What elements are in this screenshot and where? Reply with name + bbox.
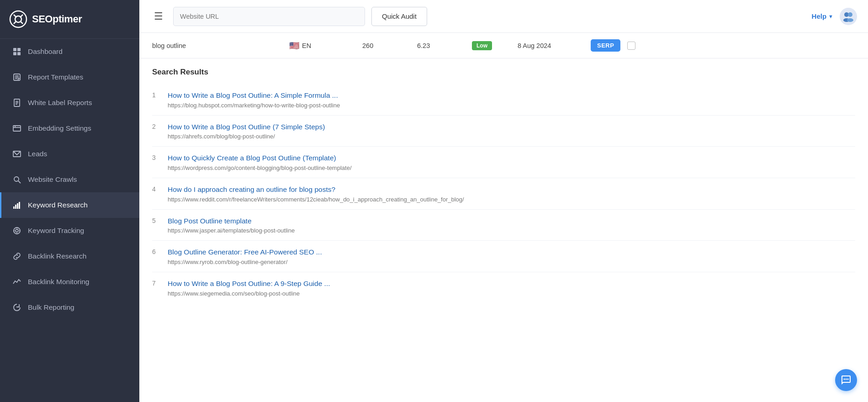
result-body: How to Write a Blog Post Outline: A 9-St… [168,279,855,297]
sidebar-item-embedding-settings[interactable]: Embedding Settings [0,116,139,141]
result-url: https://www.reddit.com/r/freelanceWriter… [168,196,855,203]
svg-rect-26 [17,203,18,209]
svg-point-35 [848,12,852,17]
svg-line-4 [14,21,16,24]
sidebar-item-leads[interactable]: Leads [0,141,139,167]
language-flag: 🇺🇸 [289,41,299,51]
bulk-reporting-icon [12,303,21,312]
result-item: 7How to Write a Blog Post Outline: A 9-S… [152,272,855,303]
serp-button[interactable]: SERP [591,39,620,52]
logo-text: SEOptimer [32,13,82,25]
logo-icon [9,10,27,28]
sidebar-item-report-templates[interactable]: Report Templates [0,64,139,90]
content-area: blog outline 🇺🇸 EN 260 6.23 Low 8 Aug 20… [139,33,868,402]
sidebar-item-dashboard[interactable]: Dashboard [0,39,139,64]
keyword-competition: Low [472,41,518,50]
sidebar-item-label-backlink-research: Backlink Research [28,252,86,260]
sidebar-item-backlink-research[interactable]: Backlink Research [0,243,139,269]
svg-rect-7 [17,48,21,51]
sidebar-item-backlink-monitoring[interactable]: Backlink Monitoring [0,269,139,295]
result-url: https://ahrefs.com/blog/blog-post-outlin… [168,133,855,140]
result-number: 1 [152,90,160,99]
sidebar-item-white-label-reports[interactable]: White Label Reports [0,90,139,116]
sidebar-item-keyword-tracking[interactable]: Keyword Tracking [0,218,139,243]
result-url: https://www.siegemedia.com/seo/blog-post… [168,290,855,297]
embedding-settings-icon [12,124,21,133]
url-input[interactable] [173,7,365,26]
sidebar-item-label-leads: Leads [28,150,47,158]
website-crawls-icon [12,175,21,184]
serp-cell: SERP [591,39,627,52]
svg-point-39 [846,379,847,380]
svg-point-29 [16,229,18,232]
white-label-reports-icon [12,98,21,107]
result-title[interactable]: How to Write a Blog Post Outline: A 9-St… [168,280,330,287]
result-title[interactable]: How to Quickly Create a Blog Post Outlin… [168,154,336,162]
result-url: https://blog.hubspot.com/marketing/how-t… [168,102,855,109]
svg-point-0 [10,11,26,27]
logo-container: SEOptimer [0,0,139,39]
sidebar-item-bulk-reporting[interactable]: Bulk Reporting [0,295,139,320]
svg-rect-18 [13,126,21,131]
result-item: 4How do I approach creating an outline f… [152,178,855,210]
results-list: 1How to Write a Blog Post Outline: A Sim… [152,84,855,303]
result-body: How to Write a Blog Post Outline: A Simp… [168,90,855,109]
result-title[interactable]: Blog Outline Generator: Free AI-Powered … [168,248,322,256]
result-url: https://wordpress.com/go/content-bloggin… [168,164,855,171]
svg-line-3 [20,15,23,17]
result-title[interactable]: How to Write a Blog Post Outline: A Simp… [168,91,338,99]
svg-rect-9 [17,52,21,55]
quick-audit-button[interactable]: Quick Audit [371,7,427,26]
sidebar-item-label-keyword-tracking: Keyword Tracking [28,227,84,235]
avatar[interactable] [840,8,857,25]
svg-point-28 [14,227,20,234]
svg-rect-8 [13,52,16,55]
result-item: 1How to Write a Blog Post Outline: A Sim… [152,84,855,116]
keyword-volume: 260 [362,42,417,49]
keyword-language: 🇺🇸 EN [289,41,362,51]
sidebar-item-label-bulk-reporting: Bulk Reporting [28,303,74,312]
sidebar-item-keyword-research[interactable]: Keyword Research [0,192,139,218]
result-title[interactable]: How to Write a Blog Post Outline (7 Simp… [168,123,325,131]
sidebar-item-website-crawls[interactable]: Website Crawls [0,167,139,192]
result-number: 7 [152,279,160,287]
sidebar-item-label-backlink-monitoring: Backlink Monitoring [28,278,89,286]
search-results-title: Search Results [152,68,855,77]
result-title[interactable]: Blog Post Outline template [168,217,252,225]
backlink-monitoring-icon [12,277,21,286]
result-body: How to Write a Blog Post Outline (7 Simp… [168,122,855,140]
sidebar-item-label-white-label-reports: White Label Reports [28,99,92,107]
svg-line-23 [18,181,21,183]
help-button[interactable]: Help ▼ [812,12,833,20]
result-body: Blog Post Outline templatehttps://www.ja… [168,216,855,234]
sidebar: SEOptimer DashboardReport TemplatesWhite… [0,0,139,402]
sidebar-item-label-dashboard: Dashboard [28,48,63,56]
result-body: How do I approach creating an outline fo… [168,185,855,203]
keyword-value: blog outline [152,42,289,49]
keyword-date: 8 Aug 2024 [518,42,591,49]
leads-icon [12,149,21,159]
sidebar-nav: DashboardReport TemplatesWhite Label Rep… [0,39,139,320]
topbar: ☰ Quick Audit Help ▼ [139,0,868,33]
checkbox-cell [627,42,641,50]
keyword-difficulty: 6.23 [417,42,472,49]
dashboard-icon [12,47,21,56]
svg-rect-27 [19,202,20,209]
svg-rect-25 [15,205,16,209]
main-area: ☰ Quick Audit Help ▼ blog outline 🇺🇸 EN [139,0,868,402]
result-body: How to Quickly Create a Blog Post Outlin… [168,153,855,171]
keyword-tracking-icon [12,226,21,235]
svg-point-37 [847,18,853,22]
svg-rect-24 [13,206,15,209]
search-results-section: Search Results 1How to Write a Blog Post… [139,58,868,312]
svg-point-38 [844,379,845,380]
result-body: Blog Outline Generator: Free AI-Powered … [168,247,855,265]
row-checkbox[interactable] [627,42,635,50]
result-title[interactable]: How do I approach creating an outline fo… [168,185,335,193]
sidebar-item-label-keyword-research: Keyword Research [28,201,88,209]
chat-bubble[interactable] [835,369,857,391]
chevron-down-icon: ▼ [828,14,833,19]
hamburger-button[interactable]: ☰ [150,9,167,24]
result-url: https://www.ryrob.com/blog-outline-gener… [168,259,855,265]
sidebar-item-label-website-crawls: Website Crawls [28,175,77,184]
